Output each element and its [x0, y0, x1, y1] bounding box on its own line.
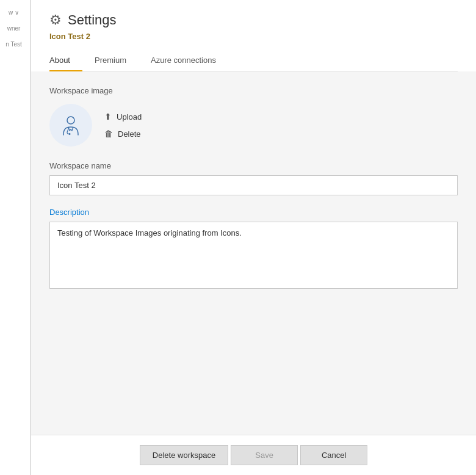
upload-label: Upload [117, 112, 142, 121]
sidebar-stub: w ∨ wner n Test [0, 0, 31, 475]
settings-header: ⚙ Settings Icon Test 2 About Premium Azu… [31, 0, 476, 71]
workspace-name-input[interactable] [49, 175, 458, 195]
delete-image-label: Delete [118, 129, 141, 139]
workspace-subtitle: Icon Test 2 [49, 32, 458, 41]
settings-title-row: ⚙ Settings [49, 12, 458, 28]
settings-body: Workspace image [31, 71, 476, 435]
delete-image-button[interactable]: 🗑 Delete [104, 128, 142, 140]
gear-icon: ⚙ [49, 12, 62, 28]
cancel-button[interactable]: Cancel [300, 445, 367, 465]
sidebar-item-w: w ∨ [9, 7, 21, 18]
save-button[interactable]: Save [231, 445, 298, 465]
description-label: Description [49, 208, 458, 217]
workspace-image-label: Workspace image [49, 86, 458, 95]
sidebar-item-owner: wner [7, 23, 23, 34]
upload-icon: ⬆ [104, 112, 112, 121]
settings-footer: Delete workspace Save Cancel [31, 435, 476, 475]
main-content: ⚙ Settings Icon Test 2 About Premium Azu… [31, 0, 476, 475]
tab-premium[interactable]: Premium [82, 49, 139, 71]
workspace-avatar [49, 104, 92, 147]
settings-title: Settings [68, 12, 117, 28]
description-input[interactable]: Testing of Workspace Images originating … [49, 222, 458, 289]
workspace-image-row: ⬆ Upload 🗑 Delete [49, 104, 458, 147]
svg-point-0 [67, 117, 74, 124]
upload-button[interactable]: ⬆ Upload [104, 111, 142, 123]
workspace-name-section: Workspace name [49, 161, 458, 195]
avatar-icon [57, 112, 84, 139]
tab-azure-connections[interactable]: Azure connections [139, 49, 228, 71]
tabs-container: About Premium Azure connections [49, 49, 458, 71]
image-actions: ⬆ Upload 🗑 Delete [104, 111, 142, 140]
trash-icon: 🗑 [104, 129, 113, 139]
workspace-name-label: Workspace name [49, 161, 458, 170]
description-section: Description Testing of Workspace Images … [49, 208, 458, 291]
delete-workspace-button[interactable]: Delete workspace [140, 445, 228, 465]
sidebar-item-test: n Test [5, 39, 24, 50]
tab-about[interactable]: About [49, 49, 82, 71]
settings-panel: ⚙ Settings Icon Test 2 About Premium Azu… [31, 0, 476, 475]
